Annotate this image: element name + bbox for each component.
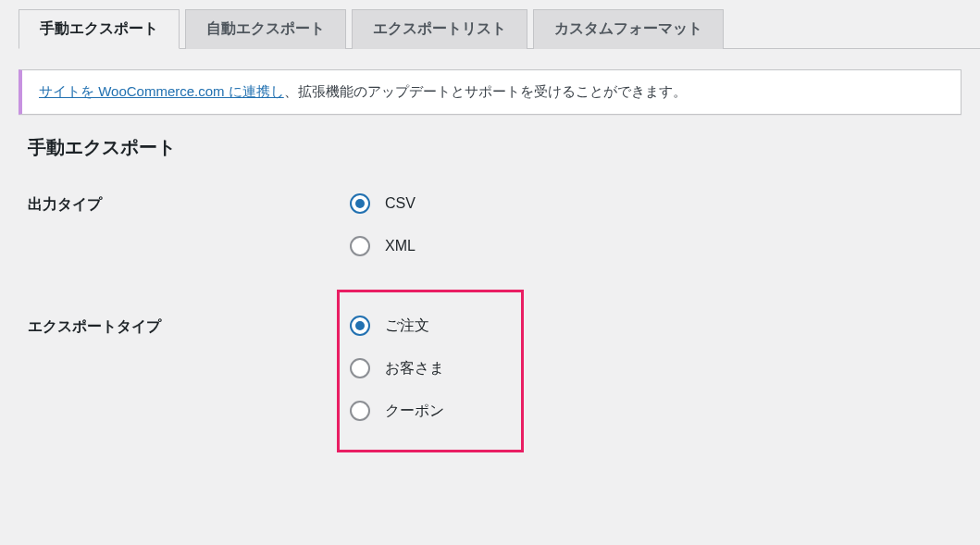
radio-icon: [350, 193, 370, 214]
page-title: 手動エクスポート: [28, 135, 961, 160]
output-type-options: CSV XML: [350, 193, 961, 256]
radio-icon: [350, 316, 370, 336]
radio-label: XML: [385, 238, 416, 254]
radio-label: ご注文: [385, 316, 429, 336]
tab-manual-export[interactable]: 手動エクスポート: [19, 9, 180, 49]
tab-export-list[interactable]: エクスポートリスト: [352, 9, 527, 49]
output-type-label: 出力タイプ: [28, 193, 350, 256]
nav-tabs: 手動エクスポート 自動エクスポート エクスポートリスト カスタムフォーマット: [19, 0, 980, 49]
notice-banner: サイトを WooCommerce.com に連携し、拡張機能のアップデートとサポ…: [19, 69, 961, 115]
radio-icon: [350, 401, 370, 421]
notice-suffix: 、拡張機能のアップデートとサポートを受けることができます。: [284, 83, 687, 99]
tab-auto-export[interactable]: 自動エクスポート: [185, 9, 346, 49]
export-type-label: エクスポートタイプ: [28, 316, 350, 421]
export-type-options: ご注文 お客さま クーポン: [350, 316, 444, 421]
output-type-section: 出力タイプ CSV XML: [19, 193, 961, 256]
radio-icon: [350, 358, 370, 378]
output-type-option-csv[interactable]: CSV: [350, 193, 961, 214]
export-type-option-customers[interactable]: お客さま: [350, 358, 444, 378]
radio-label: お客さま: [385, 359, 444, 378]
export-type-section: エクスポートタイプ ご注文 お客さま クーポン: [19, 316, 961, 421]
radio-label: CSV: [385, 195, 416, 212]
output-type-option-xml[interactable]: XML: [350, 236, 961, 256]
notice-link[interactable]: サイトを WooCommerce.com に連携し: [39, 83, 284, 99]
radio-icon: [350, 236, 370, 256]
radio-label: クーポン: [385, 402, 444, 421]
export-type-option-coupons[interactable]: クーポン: [350, 401, 444, 421]
export-type-option-orders[interactable]: ご注文: [350, 316, 444, 336]
tab-custom-format[interactable]: カスタムフォーマット: [533, 9, 724, 49]
